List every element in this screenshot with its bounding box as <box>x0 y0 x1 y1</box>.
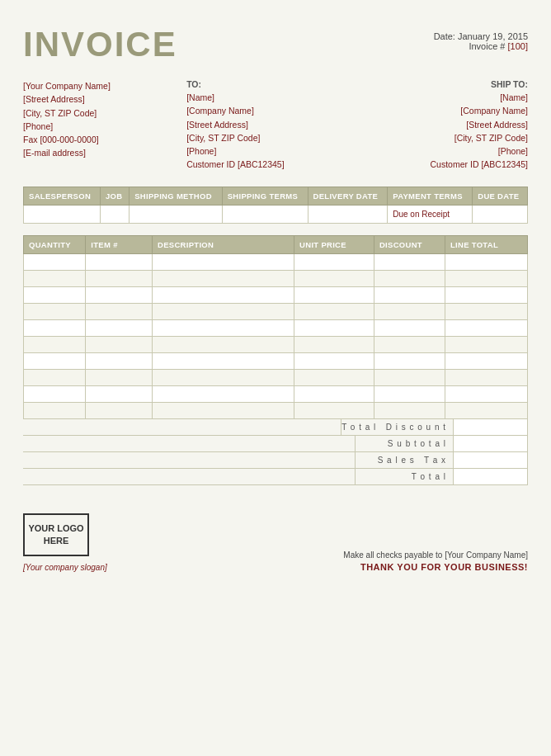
footer-right: Make all checks payable to [Your Company… <box>343 550 528 572</box>
shipping-col-method: SHIPPING METHOD <box>130 187 223 205</box>
ship-to-phone: [Phone] <box>357 144 528 158</box>
sales-tax-label: S a l e s T a x <box>355 452 454 468</box>
to-name: [Name] <box>186 91 357 104</box>
total-row: T o t a l <box>23 469 528 485</box>
ship-to-name: [Name] <box>357 91 528 104</box>
item-cell <box>445 253 527 270</box>
shipping-col-job: JOB <box>100 187 129 205</box>
item-cell <box>24 270 86 286</box>
shipping-payment-val: Due on Receipt <box>388 205 473 223</box>
item-cell <box>445 336 527 352</box>
item-cell <box>445 303 527 319</box>
shipping-salesperson <box>24 205 101 223</box>
to-address: TO: [Name] [Company Name] [Street Addres… <box>178 79 357 172</box>
item-cell <box>294 336 374 352</box>
item-cell <box>86 352 153 369</box>
to-company: [Company Name] <box>186 104 357 117</box>
item-cell <box>152 319 294 336</box>
logo-box: YOUR LOGOHERE <box>23 513 89 556</box>
item-cell <box>445 402 527 418</box>
item-cell <box>86 286 153 303</box>
item-cell <box>24 336 86 352</box>
items-table: QUANTITY ITEM # DESCRIPTION UNIT PRICE D… <box>23 235 528 419</box>
footer-left: YOUR LOGOHERE [Your company slogan] <box>23 513 107 572</box>
item-cell <box>86 253 153 270</box>
col-quantity: QUANTITY <box>24 235 86 253</box>
item-cell <box>86 336 153 352</box>
item-cell <box>24 253 86 270</box>
shipping-col-payment: PAYMENT TERMS <box>388 187 473 205</box>
item-cell <box>294 369 374 385</box>
to-phone: [Phone] <box>186 144 357 158</box>
invoice-date: Date: January 19, 2015 <box>434 31 528 41</box>
item-cell <box>24 369 86 385</box>
address-section: [Your Company Name] [Street Address] [Ci… <box>23 79 528 172</box>
to-customer: Customer ID [ABC12345] <box>186 158 357 171</box>
item-cell <box>24 385 86 402</box>
item-cell <box>374 385 445 402</box>
item-cell <box>152 402 294 418</box>
item-cell <box>294 253 374 270</box>
sender-email: [E-mail address] <box>23 146 178 159</box>
header-right: Date: January 19, 2015 Invoice # [100] <box>434 31 528 51</box>
item-cell <box>374 253 445 270</box>
shipping-col-terms: SHIPPING TERMS <box>222 187 308 205</box>
item-cell <box>294 286 374 303</box>
shipping-col-due: DUE DATE <box>473 187 528 205</box>
footer-thanks: THANK YOU FOR YOUR BUSINESS! <box>343 562 528 572</box>
item-cell <box>294 270 374 286</box>
item-cell <box>152 352 294 369</box>
total-discount-value <box>454 419 528 435</box>
item-cell <box>374 270 445 286</box>
shipping-delivery-val <box>308 205 388 223</box>
total-label: T o t a l <box>355 469 454 484</box>
item-cell <box>294 352 374 369</box>
col-description: DESCRIPTION <box>152 235 294 253</box>
ship-to-customer: Customer ID [ABC12345] <box>357 158 528 171</box>
item-cell <box>24 402 86 418</box>
item-cell <box>374 336 445 352</box>
sales-tax-value <box>454 452 528 468</box>
item-cell <box>152 385 294 402</box>
item-cell <box>152 253 294 270</box>
totals-section: T o t a l D i s c o u n t S u b t o t a … <box>23 419 528 485</box>
total-discount-row: T o t a l D i s c o u n t <box>23 419 528 436</box>
item-cell <box>24 352 86 369</box>
ship-to-company: [Company Name] <box>357 104 528 117</box>
to-street: [Street Address] <box>186 118 357 131</box>
item-cell <box>294 319 374 336</box>
shipping-job <box>100 205 129 223</box>
total-value <box>454 469 528 484</box>
item-cell <box>152 286 294 303</box>
item-cell <box>24 319 86 336</box>
col-discount: DISCOUNT <box>374 235 445 253</box>
to-city: [City, ST ZIP Code] <box>186 131 357 144</box>
total-discount-label: T o t a l D i s c o u n t <box>341 419 454 435</box>
subtotal-row: S u b t o t a l <box>23 436 528 452</box>
item-cell <box>374 369 445 385</box>
shipping-table: SALESPERSON JOB SHIPPING METHOD SHIPPING… <box>23 187 528 224</box>
shipping-method-val <box>130 205 223 223</box>
sender-phone: [Phone] <box>23 120 178 133</box>
table-row <box>24 253 528 270</box>
item-cell <box>24 303 86 319</box>
subtotal-value <box>454 436 528 451</box>
ship-to-address: SHIP TO: [Name] [Company Name] [Street A… <box>357 79 528 172</box>
item-cell <box>445 270 527 286</box>
item-cell <box>445 319 527 336</box>
invoice-title: INVOICE <box>23 25 177 64</box>
footer-slogan: [Your company slogan] <box>23 563 107 572</box>
sales-tax-row: S a l e s T a x <box>23 452 528 469</box>
item-cell <box>86 369 153 385</box>
shipping-row: Due on Receipt <box>24 205 528 223</box>
table-row <box>24 402 528 418</box>
item-cell <box>152 303 294 319</box>
table-row <box>24 369 528 385</box>
item-cell <box>374 402 445 418</box>
table-row <box>24 303 528 319</box>
shipping-col-salesperson: SALESPERSON <box>24 187 101 205</box>
item-cell <box>86 402 153 418</box>
table-row <box>24 319 528 336</box>
item-cell <box>445 352 527 369</box>
item-cell <box>86 303 153 319</box>
